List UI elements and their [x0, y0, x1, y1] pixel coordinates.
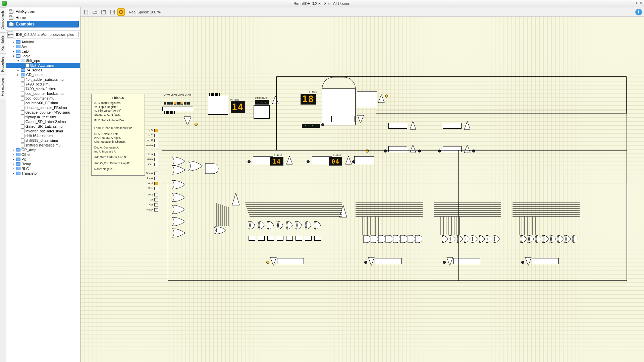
tree-folder-arduino[interactable]: ▸Arduino: [6, 40, 80, 44]
open-button[interactable]: [91, 8, 99, 16]
tree-file[interactable]: decade_counter-7490.simu: [6, 110, 80, 115]
tree-file[interactable]: 4bit_adder_substr.simu: [6, 77, 80, 82]
speed-label: Real Speed: 100 %: [129, 10, 161, 14]
inbus-chip: [208, 96, 228, 115]
tree-file[interactable]: shiftregister-test.simu: [6, 143, 80, 147]
wire-bundle: [513, 202, 580, 235]
tab-home[interactable]: Home: [7, 15, 79, 21]
schematic-canvas[interactable]: 8 bit ALU A, B: Input Registers. Y: Outp…: [80, 17, 644, 362]
tree-file[interactable]: shift164-test.simu: [6, 133, 80, 138]
tree-file[interactable]: flipflopJK_test.simu: [6, 115, 80, 119]
folder-icon: [21, 68, 25, 72]
file-icon: [21, 138, 24, 143]
tree-folder-avr[interactable]: ▸Avr: [6, 44, 80, 49]
abus-display: 14: [270, 157, 283, 166]
tree-folder-logic[interactable]: ▾Logic: [6, 54, 80, 58]
svg-marker-10: [286, 156, 292, 164]
tree-file-8bit-alu[interactable]: 8bit_ALU.simu: [6, 63, 80, 68]
tree-file[interactable]: Gated_SR_Latch-2.simu: [6, 119, 80, 124]
tree-file[interactable]: 7490_bcd.simu: [6, 82, 80, 86]
probe-node: [307, 160, 310, 163]
tree-folder-other[interactable]: ▸Other: [6, 152, 80, 157]
folder-icon: [16, 167, 20, 170]
new-button[interactable]: [83, 8, 90, 16]
v-input-chip: [162, 107, 193, 111]
save-as-button[interactable]: [109, 8, 116, 16]
folder-icon: [16, 40, 20, 44]
tree-file[interactable]: inverter_oscillator.simu: [6, 129, 80, 133]
tree-folder-74series[interactable]: ▸74_series: [6, 68, 80, 72]
file-icon: [21, 87, 24, 91]
tree-folder-opamp[interactable]: ▸OP_Amp: [6, 147, 80, 152]
probe-node: [352, 160, 355, 163]
tree-file[interactable]: counter-60_FF.simu: [6, 101, 80, 105]
probe-node: [248, 160, 251, 163]
file-icon: [25, 63, 29, 68]
folder-icon: [9, 22, 14, 26]
sidetab-ramtable[interactable]: RamTable: [0, 33, 6, 54]
tree-file[interactable]: Gated_SR_Latch.simu: [6, 124, 80, 129]
tab-filesystem[interactable]: FileSystem: [7, 9, 79, 15]
folder-icon: [16, 50, 20, 53]
tab-examples[interactable]: Examples: [7, 21, 79, 27]
folder-icon: [16, 162, 20, 166]
tree-file[interactable]: 7490_clock-2.simu: [6, 86, 80, 91]
sidetab-components[interactable]: Components: [0, 7, 6, 33]
tree-folder-rlc[interactable]: ▸RLC: [6, 166, 80, 171]
file-icon: [21, 106, 24, 110]
tree-folder-led[interactable]: ▸LED: [6, 49, 80, 54]
probe-node: [321, 123, 324, 126]
tree-folder-8bit-cpu[interactable]: ▾8bit_cpu: [6, 58, 80, 63]
tab-home-label: Home: [15, 15, 26, 20]
tree-folder-cdseries[interactable]: ▸CD_series: [6, 72, 80, 77]
folder-icon: [16, 45, 20, 48]
back-button[interactable]: ⟵: [7, 32, 13, 38]
app-icon: [2, 1, 7, 6]
tab-examples-label: Examples: [16, 22, 35, 26]
folder-icon: [21, 59, 25, 62]
save-button[interactable]: [100, 8, 107, 16]
svg-marker-16: [410, 145, 416, 153]
file-icon: [21, 92, 24, 96]
file-icon: [21, 124, 24, 129]
canvas-area: Real Speed: 100 % i 8 bit ALU A, B: Inpu…: [80, 7, 644, 362]
b-side-chip: [354, 156, 374, 164]
sidetab-file-explorer[interactable]: File explorer: [0, 75, 6, 99]
minimize-button[interactable]: —: [629, 1, 633, 5]
window-title: SimulIDE-0.2.8 - 8bit_ALU.simu: [293, 1, 350, 6]
tree-file[interactable]: bcd_counter-back.simu: [6, 91, 80, 96]
top-bus: [276, 76, 627, 113]
status-chip: [254, 105, 270, 119]
info-button[interactable]: i: [635, 9, 642, 15]
tree-folder-pic[interactable]: ▸Pic: [6, 157, 80, 162]
bbus-display: 04: [329, 157, 342, 166]
buffer-gate-icon: [357, 115, 364, 124]
folder-icon: [16, 158, 20, 161]
maximize-button[interactable]: +: [635, 1, 638, 5]
sidetab-properties[interactable]: Properties: [0, 54, 6, 75]
inbus-display: 14: [231, 101, 245, 113]
left-panel: FileSystem Home Examples ⟵ ▸Arduino ▸Avr…: [6, 7, 80, 362]
buffer-gate-icon: [183, 116, 192, 126]
file-icon: [21, 129, 24, 133]
window-controls: — + ×: [629, 1, 642, 5]
tree-file[interactable]: bcd_counter.simu: [6, 96, 80, 101]
tree-file[interactable]: decade_counter_FF.simu: [6, 105, 80, 110]
close-button[interactable]: ×: [640, 1, 642, 5]
buffer-gate-icon: [345, 156, 352, 165]
status-display: · · ·: [255, 100, 269, 105]
tree-folder-transistor[interactable]: ▸Transistor: [6, 171, 80, 176]
vbit-labels: V7 V6 V5 V4 V3 V2 V1 V0: [164, 94, 191, 96]
folder-icon: [16, 153, 20, 156]
svg-marker-11: [345, 156, 352, 164]
tree-folder-relay[interactable]: ▸Relay: [6, 162, 80, 166]
run-button[interactable]: [117, 8, 125, 16]
file-icon: [21, 134, 24, 138]
tree-file[interactable]: shift595_chain.simu: [6, 138, 80, 143]
svg-marker-6: [184, 117, 191, 125]
svg-rect-5: [121, 10, 121, 12]
v-input-leds[interactable]: [164, 102, 190, 105]
path-input[interactable]: [15, 32, 79, 37]
or-gate-icon: [172, 165, 186, 175]
side-tab-strip: Components RamTable Properties File expl…: [0, 7, 6, 362]
